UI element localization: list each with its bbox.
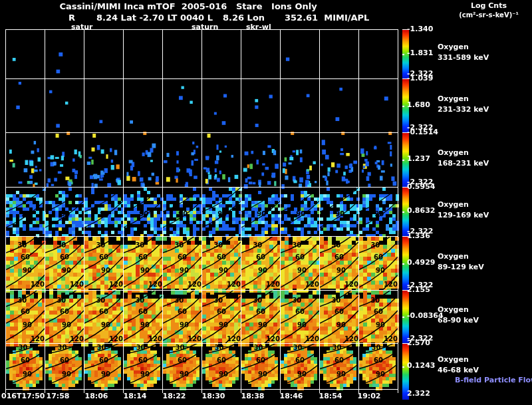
annotation-label: satur [71, 23, 92, 31]
colorbar-midtick [402, 317, 404, 318]
row-energy-label: 46-68 keV [438, 366, 479, 374]
row-energy-label: 89-129 keV [438, 263, 484, 271]
time-axis-label: 18:14 [115, 392, 155, 400]
time-axis-label: 18:54 [311, 392, 350, 400]
colorbar-tick-label: -1.340 [407, 25, 433, 33]
colorbar-tick-label: 1.237 [407, 155, 430, 163]
annotation-label: saturn [192, 23, 218, 31]
colorbar-tick-label: -0.1514 [407, 128, 438, 136]
position-readout: 352.61 MIMI/APL [285, 13, 369, 23]
colorbar-midtick [402, 54, 404, 55]
time-axis-label: 18:30 [194, 392, 233, 400]
legend-units: (cm²-sr-s-keV)⁻¹ [436, 11, 532, 19]
page-title: Cassini/MIMI Inca mTOF 2005-016 Stare Io… [0, 2, 376, 11]
row-species-label: Oxygen [438, 306, 469, 314]
row-energy-label: 331-589 keV [438, 54, 489, 62]
time-axis-label: 19:02 [349, 392, 389, 400]
colorbar-tick-label: 2.570 [407, 339, 430, 347]
colorbar-midtick [402, 160, 404, 161]
annotation-label: skr-wl [246, 23, 271, 31]
time-axis-label: 17:58 [38, 392, 78, 400]
time-axis-label: 18:06 [76, 392, 116, 400]
colorbar-tick-label: -1.039 [407, 74, 433, 82]
time-axis-label: 18:38 [233, 392, 273, 400]
position-readout: 8.26 Lon [223, 13, 265, 23]
colorbar-tick-label: 1.336 [407, 232, 430, 240]
time-axis-label: 18:46 [271, 392, 311, 400]
row-energy-label: 68-90 keV [438, 317, 479, 325]
colorbar-tick-label: 0.5954 [407, 183, 435, 191]
colorbar-tick-label: 0.4929 [407, 259, 435, 267]
colorbar-tick-label: 0.8632 [407, 207, 435, 215]
colorbar-midtick [402, 106, 404, 107]
position-readout: R [68, 13, 75, 23]
colorbar-tick-label: 2.155 [407, 286, 430, 294]
legend-title: Log Cnts [436, 2, 532, 10]
row-species-label: Oxygen [438, 201, 469, 209]
position-readout: 8.24 Lat -2.70 LT 0040 L [96, 13, 213, 23]
row-species-label: Oxygen [438, 253, 469, 261]
row-species-label: Oxygen [438, 43, 469, 51]
bfield-flow-label: B-field Particle Flow [455, 376, 532, 384]
colorbar-tick-label: 2.322 [407, 390, 430, 398]
row-energy-label: 231-332 keV [438, 106, 489, 114]
mimi-spectrogram-display: Cassini/MIMI Inca mTOF 2005-016 Stare Io… [0, 0, 532, 405]
row-energy-label: 129-169 keV [438, 211, 489, 219]
colorbar-tick-label: -1.831 [407, 49, 433, 57]
row-species-label: Oxygen [438, 95, 469, 103]
colorbar-midtick [402, 211, 404, 213]
colorbar-midtick [402, 263, 404, 265]
colorbar-tick-label: 1.680 [407, 101, 430, 109]
colorbar-midtick [402, 366, 404, 368]
colorbar-tick-label: 0.1243 [407, 362, 435, 370]
row-species-label: Oxygen [438, 149, 469, 157]
row-energy-label: 168-231 keV [438, 160, 489, 168]
row-species-label: Oxygen [438, 356, 469, 364]
time-axis-label: 18:22 [154, 392, 194, 400]
